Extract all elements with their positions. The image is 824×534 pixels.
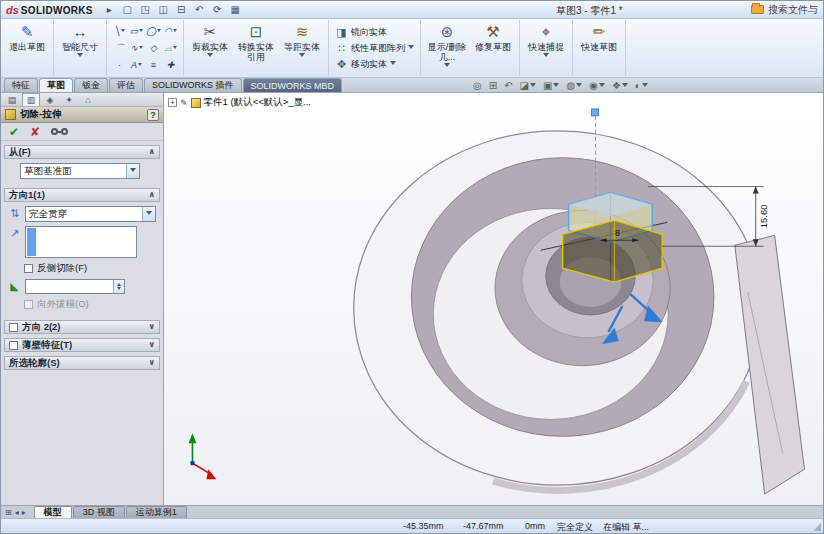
rebuild-icon[interactable]: ⟳ bbox=[210, 3, 225, 17]
fillet-tool[interactable]: ⌒ bbox=[111, 40, 128, 57]
detailed-preview-icon[interactable] bbox=[51, 128, 68, 135]
dimxpertmanager-tab[interactable]: ✦ bbox=[60, 93, 78, 106]
tab-sheet-metal[interactable]: 钣金 bbox=[74, 78, 108, 92]
centerline-tool[interactable]: ≡ bbox=[145, 57, 162, 74]
undo-icon[interactable]: ↶ bbox=[192, 3, 207, 17]
offset-entities-button[interactable]: ≋ 等距实体 bbox=[280, 21, 324, 76]
displaymanager-tab[interactable]: ⌂ bbox=[79, 93, 97, 106]
draft-angle-spinner[interactable] bbox=[25, 279, 125, 294]
apply-scene-icon[interactable]: ◐ bbox=[635, 80, 648, 91]
polygon-tool[interactable]: ◇ bbox=[145, 40, 162, 57]
scroll-right-icon[interactable]: ▸ bbox=[22, 508, 26, 517]
offset-caret-icon bbox=[299, 53, 305, 60]
graphics-viewport[interactable]: + ✎ 零件1 (默认<<默认>_显... bbox=[164, 93, 823, 505]
move-entities-button[interactable]: ✥ 移动实体 bbox=[335, 58, 414, 71]
arc-tool[interactable]: ◠ bbox=[162, 23, 179, 40]
save-icon[interactable]: ◫ bbox=[156, 3, 171, 17]
section-view-icon[interactable]: ◪ bbox=[520, 80, 536, 91]
view-orientation-icon[interactable]: ▣ bbox=[543, 80, 559, 91]
scroll-left-icon[interactable]: ◂ bbox=[15, 508, 19, 517]
previous-view-icon[interactable]: ↶ bbox=[504, 80, 512, 91]
repair-sketch-button[interactable]: ⚒ 修复草图 bbox=[471, 21, 515, 76]
resize-grip[interactable] bbox=[813, 523, 821, 531]
display-style-icon[interactable]: ◍ bbox=[566, 80, 582, 91]
rectangle-tool[interactable]: ▭ bbox=[128, 23, 145, 40]
quick-snaps-button[interactable]: ⌖ 快速捕捉 bbox=[524, 21, 568, 76]
section-direction2: 方向 2(2) ∨ bbox=[4, 320, 160, 334]
draft-outward-option[interactable]: 向外拔模(O) bbox=[24, 298, 156, 311]
section-direction2-header[interactable]: 方向 2(2) ∨ bbox=[4, 320, 160, 334]
thin-feature-checkbox[interactable] bbox=[9, 341, 18, 350]
point-tool[interactable]: · bbox=[111, 57, 128, 74]
tab-mbd[interactable]: SOLIDWORKS MBD bbox=[243, 78, 343, 92]
section-direction1-header[interactable]: 方向1(1) ∧ bbox=[4, 188, 160, 202]
linear-pattern-button[interactable]: ∷ 线性草图阵列 bbox=[335, 42, 414, 55]
direction-selection-box[interactable] bbox=[25, 226, 137, 258]
mirror-entities-button[interactable]: ◨ 镜向实体 bbox=[335, 26, 414, 39]
lens-right bbox=[61, 128, 68, 135]
section-from-header[interactable]: 从(F) ∧ bbox=[4, 145, 160, 159]
tab-motion-study[interactable]: 运动算例1 bbox=[126, 506, 187, 518]
tab-evaluate[interactable]: 评估 bbox=[109, 78, 143, 92]
fillet-tool-icon: ⌒ bbox=[115, 42, 124, 55]
file-search[interactable]: 搜索文件与 bbox=[751, 3, 818, 17]
flip-side-checkbox[interactable] bbox=[24, 264, 33, 273]
tab-addins[interactable]: SOLIDWORKS 插件 bbox=[144, 78, 242, 92]
start-condition-dropdown[interactable]: 草图基准面 bbox=[20, 163, 140, 179]
ellipse-tool[interactable]: ⌓ bbox=[162, 40, 179, 57]
display-delete-relations-button[interactable]: ⊛ 显示/删除几... bbox=[425, 21, 469, 76]
exit-sketch-button[interactable]: ✎ 退出草图 bbox=[5, 21, 49, 76]
tab-model[interactable]: 模型 bbox=[34, 506, 72, 518]
convert-entities-button[interactable]: ⊡ 转换实体引用 bbox=[234, 21, 278, 76]
text-tool[interactable]: A bbox=[128, 57, 145, 74]
featuremanager-tab[interactable]: ▤ bbox=[3, 93, 21, 106]
direction2-checkbox[interactable] bbox=[9, 323, 18, 332]
edit-appearance-icon[interactable]: ❖ bbox=[612, 80, 628, 91]
zoom-area-icon[interactable]: ⊞ bbox=[489, 80, 497, 91]
command-ribbon: ✎ 退出草图 ↔ 智能尺寸 ╲ ▭ ◯ ◠ ⌒ ∿ ◇ ⌓ · A bbox=[1, 19, 823, 78]
draft-icon[interactable]: ◣ bbox=[8, 279, 21, 293]
options-icon[interactable]: ▦ bbox=[228, 3, 243, 17]
reverse-direction-icon[interactable]: ⇅ bbox=[8, 206, 21, 220]
open-file-icon[interactable]: ◳ bbox=[138, 3, 153, 17]
hide-show-items-icon[interactable]: ◉ bbox=[589, 80, 605, 91]
quick-snaps-caret-icon bbox=[543, 53, 549, 60]
feature-tree-flyout[interactable]: + ✎ 零件1 (默认<<默认>_显... bbox=[168, 96, 311, 109]
part-model[interactable] bbox=[354, 131, 805, 494]
rapid-sketch-button[interactable]: ✏ 快速草图 bbox=[577, 21, 621, 76]
configurationmanager-tab[interactable]: ◈ bbox=[41, 93, 59, 106]
tab-3d-views[interactable]: 3D 视图 bbox=[73, 506, 125, 518]
section-from-title: 从(F) bbox=[9, 146, 31, 159]
help-icon[interactable]: ? bbox=[147, 109, 159, 121]
ok-button[interactable]: ✔ bbox=[9, 125, 19, 139]
tree-expander-icon[interactable]: + bbox=[168, 98, 177, 107]
ribbon-group-exit: ✎ 退出草图 bbox=[1, 20, 54, 76]
print-icon[interactable]: ⊟ bbox=[174, 3, 189, 17]
trim-entities-button[interactable]: ✂ 剪裁实体 bbox=[188, 21, 232, 76]
trim-caret-icon bbox=[207, 53, 213, 60]
tab-sketch[interactable]: 草图 bbox=[39, 78, 73, 92]
zoom-fit-icon[interactable]: ◎ bbox=[473, 80, 482, 91]
model-canvas[interactable]: 8 15.60 bbox=[164, 93, 823, 505]
line-tool[interactable]: ╲ bbox=[111, 23, 128, 40]
new-file-icon[interactable]: ▢ bbox=[120, 3, 135, 17]
smart-dimension-button[interactable]: ↔ 智能尺寸 bbox=[58, 21, 102, 76]
tab-features[interactable]: 特征 bbox=[4, 78, 38, 92]
propertymanager-tab[interactable]: ▥ bbox=[22, 93, 40, 106]
splitter-icon[interactable]: ⊞ bbox=[5, 508, 12, 517]
section-selected-contours-header[interactable]: 所选轮廓(S) ∨ bbox=[4, 356, 160, 370]
menu-expand-arrow-icon[interactable]: ▸ bbox=[102, 3, 117, 17]
draft-outward-checkbox[interactable] bbox=[24, 300, 33, 309]
circle-tool[interactable]: ◯ bbox=[145, 23, 162, 40]
chevron-down-icon: ∨ bbox=[149, 323, 156, 331]
sketch-edit-icon: ✎ bbox=[180, 98, 188, 108]
plus-tool[interactable]: ✚ bbox=[162, 57, 179, 74]
spinner-buttons[interactable] bbox=[113, 280, 124, 293]
spline-tool[interactable]: ∿ bbox=[128, 40, 145, 57]
end-condition-dropdown[interactable]: 完全贯穿 bbox=[25, 206, 156, 222]
cancel-button[interactable]: ✘ bbox=[30, 125, 40, 139]
section-thin-feature-header[interactable]: 薄壁特征(T) ∨ bbox=[4, 338, 160, 352]
extrude-direction-icon[interactable]: ↗ bbox=[8, 226, 21, 240]
flip-side-to-cut-option[interactable]: 反侧切除(F) bbox=[24, 262, 156, 275]
lens-left bbox=[51, 128, 58, 135]
